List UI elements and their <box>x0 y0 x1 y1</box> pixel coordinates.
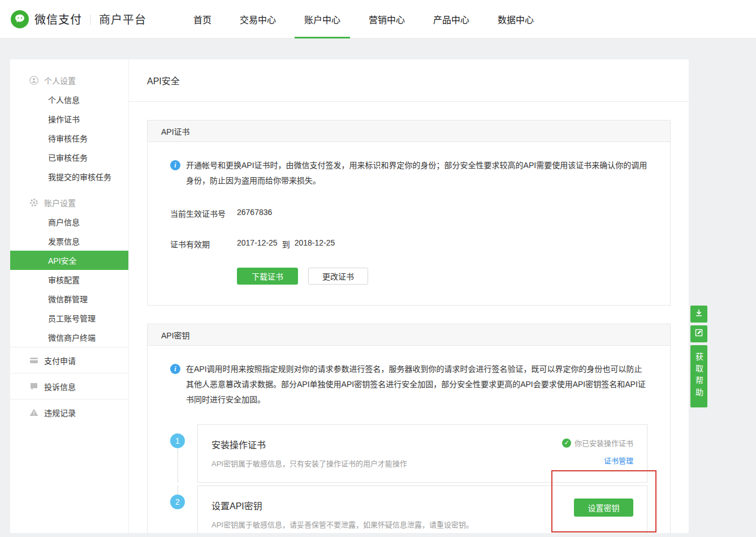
primary-nav: 首页 交易中心 账户中心 营销中心 产品中心 数据中心 <box>179 0 548 38</box>
step2-description: API密钥属于敏感信息，请妥善保管不要泄露，如果怀疑信息泄露，请重设密钥。 <box>211 519 473 530</box>
info-icon: i <box>170 160 180 170</box>
step1-box: 安装操作证书 API密钥属于敏感信息，只有安装了操作证书的用户才能操作 ✓ 你已… <box>197 424 647 483</box>
api-key-steps: 1 安装操作证书 API密钥属于敏感信息，只有安装了操作证书的用户才能操作 <box>170 424 647 533</box>
sidebar-group-title: 账户设置 <box>44 197 76 208</box>
step2-title: 设置API密钥 <box>211 499 473 512</box>
nav-data-center[interactable]: 数据中心 <box>483 0 548 38</box>
feedback-form-button[interactable] <box>690 325 707 342</box>
cert-validity-start: 2017-12-25 <box>237 238 278 250</box>
api-key-info-row: i 在API调用时用来按照指定规则对你的请求参数进行签名，服务器收到你的请求时会… <box>170 362 647 407</box>
api-certificate-card: API证书 i 开通帐号和更换API证书时，由微信支付签发，用来标识和界定你的身… <box>147 120 671 306</box>
step2-left: 设置API密钥 API密钥属于敏感信息，请妥善保管不要泄露，如果怀疑信息泄露，请… <box>211 499 473 530</box>
sidebar-link-label: 违规记录 <box>44 407 76 418</box>
gear-icon <box>29 198 38 207</box>
download-certificate-button[interactable]: 下载证书 <box>237 268 298 285</box>
sidebar-link-complaint-info[interactable]: 投诉信息 <box>10 373 128 399</box>
sidebar-item-staff-account-mgmt[interactable]: 员工账号管理 <box>10 308 128 328</box>
nav-account-center[interactable]: 账户中心 <box>290 0 355 38</box>
api-key-info-text: 在API调用时用来按照指定规则对你的请求参数进行签名，服务器收到你的请求时会进行… <box>186 362 647 407</box>
brand-name: 微信支付 <box>34 11 82 27</box>
sidebar-item-invoice-info[interactable]: 发票信息 <box>10 231 128 251</box>
nav-product-center[interactable]: 产品中心 <box>419 0 483 38</box>
api-key-card-body: i 在API调用时用来按照指定规则对你的请求参数进行签名，服务器收到你的请求时会… <box>148 346 670 533</box>
platform-name: 商户平台 <box>99 11 146 27</box>
step1-status-text: 你已安装操作证书 <box>574 437 633 448</box>
form-edit-icon <box>694 328 703 340</box>
nav-marketing-center[interactable]: 营销中心 <box>355 0 419 38</box>
logo[interactable]: 微信支付 ｜ 商户平台 <box>10 10 146 29</box>
sidebar-item-personal-info[interactable]: 个人信息 <box>10 90 128 109</box>
api-certificate-card-title: API证书 <box>148 121 670 142</box>
step-connector-line <box>178 486 178 495</box>
floating-helpers: 获取帮助 <box>690 306 707 407</box>
main-panel: API安全 API证书 i 开通帐号和更换API证书时，由微信支付签发，用来标识… <box>129 59 689 533</box>
wechat-pay-logo-icon <box>10 10 29 29</box>
content-area: API证书 i 开通帐号和更换API证书时，由微信支付签发，用来标识和界定你的身… <box>129 102 689 533</box>
change-certificate-button[interactable]: 更改证书 <box>308 268 368 285</box>
sidebar-item-review-config[interactable]: 审核配置 <box>10 270 128 289</box>
sidebar-gap <box>10 186 128 193</box>
brand-divider: ｜ <box>85 12 96 27</box>
sidebar-item-wechat-merchant-terminal[interactable]: 微信商户终端 <box>10 328 128 347</box>
sidebar-group-personal-settings: 个人设置 <box>10 71 128 90</box>
step2-right: 设置密钥 <box>574 499 633 530</box>
certificate-info-text: 开通帐号和更换API证书时，由微信支付签发，用来标识和界定你的身份；部分安全性要… <box>186 158 647 188</box>
top-header: 微信支付 ｜ 商户平台 首页 交易中心 账户中心 营销中心 产品中心 数据中心 <box>0 0 756 38</box>
sidebar-group-title: 个人设置 <box>44 75 76 86</box>
cert-validity-joiner: 到 <box>282 238 290 250</box>
cert-number-value: 26767836 <box>237 208 272 219</box>
cert-number-label: 当前生效证书号 <box>170 208 237 219</box>
api-certificate-card-body: i 开通帐号和更换API证书时，由微信支付签发，用来标识和界定你的身份；部分安全… <box>148 142 670 305</box>
step1-title: 安装操作证书 <box>211 437 407 451</box>
step-install-cert: 1 安装操作证书 API密钥属于敏感信息，只有安装了操作证书的用户才能操作 <box>170 424 647 483</box>
set-api-key-button[interactable]: 设置密钥 <box>574 499 633 517</box>
sidebar-item-my-submitted-tasks[interactable]: 我提交的审核任务 <box>10 167 128 186</box>
api-key-card: API密钥 i 在API调用时用来按照指定规则对你的请求参数进行签名，服务器收到… <box>147 324 671 533</box>
nav-home[interactable]: 首页 <box>179 0 226 38</box>
get-help-button[interactable]: 获取帮助 <box>690 345 707 407</box>
cert-validity-end: 2018-12-25 <box>295 238 335 250</box>
step1-status: ✓ 你已安装操作证书 <box>562 437 633 448</box>
check-icon: ✓ <box>562 439 571 448</box>
sidebar-link-violation-records[interactable]: 违规记录 <box>10 399 128 425</box>
api-key-card-title: API密钥 <box>148 324 670 346</box>
download-helper-button[interactable] <box>690 306 707 323</box>
sidebar-item-pending-tasks[interactable]: 待审核任务 <box>10 128 128 148</box>
step1-number-badge: 1 <box>170 433 185 448</box>
cert-validity-label: 证书有效期 <box>170 238 237 250</box>
sidebar-link-payment-application[interactable]: 支付申请 <box>10 347 128 373</box>
info-icon: i <box>170 364 180 374</box>
step-set-api-key: 2 设置API密钥 API密钥属于敏感信息，请妥善保管不要泄露，如果怀疑信息泄露… <box>170 486 647 533</box>
step-connector-line <box>178 448 178 483</box>
step1-left: 安装操作证书 API密钥属于敏感信息，只有安装了操作证书的用户才能操作 <box>211 437 407 469</box>
certificate-manage-link[interactable]: 证书管理 <box>604 455 633 466</box>
page-title: API安全 <box>129 59 689 102</box>
sidebar-item-wechat-group-mgmt[interactable]: 微信群管理 <box>10 289 128 308</box>
sidebar-link-label: 投诉信息 <box>44 381 76 392</box>
download-icon <box>694 308 703 320</box>
sidebar-item-operation-cert[interactable]: 操作证书 <box>10 109 128 128</box>
step1-rail: 1 <box>170 424 185 483</box>
step2-number-badge: 2 <box>170 495 185 509</box>
nav-transaction-center[interactable]: 交易中心 <box>226 0 290 38</box>
sidebar-group-account-settings: 账户设置 <box>10 193 128 212</box>
certificate-info-row: i 开通帐号和更换API证书时，由微信支付签发，用来标识和界定你的身份；部分安全… <box>170 158 647 188</box>
sidebar-item-reviewed-tasks[interactable]: 已审核任务 <box>10 148 128 167</box>
cert-button-row: 下载证书 更改证书 <box>237 268 647 285</box>
step1-right: ✓ 你已安装操作证书 证书管理 <box>562 437 633 469</box>
step2-rail: 2 <box>170 486 185 533</box>
sidebar-link-label: 支付申请 <box>44 355 76 366</box>
payment-icon <box>29 356 38 365</box>
screen: 微信支付 ｜ 商户平台 首页 交易中心 账户中心 营销中心 产品中心 数据中心 … <box>0 0 756 537</box>
cert-number-row: 当前生效证书号 26767836 <box>170 208 647 219</box>
person-icon <box>29 76 38 85</box>
sidebar-item-api-security[interactable]: API安全 <box>10 251 128 270</box>
sidebar-item-merchant-info[interactable]: 商户信息 <box>10 212 128 231</box>
complaint-bubble-icon <box>29 382 38 391</box>
step1-description: API密钥属于敏感信息，只有安装了操作证书的用户才能操作 <box>211 458 407 469</box>
cert-validity-row: 证书有效期 2017-12-25 到 2018-12-25 <box>170 238 647 250</box>
step2-box: 设置API密钥 API密钥属于敏感信息，请妥善保管不要泄露，如果怀疑信息泄露，请… <box>197 486 647 533</box>
sidebar: 个人设置 个人信息 操作证书 待审核任务 已审核任务 我提交的审核任务 账户设置… <box>10 59 128 533</box>
warning-triangle-icon <box>29 408 38 417</box>
